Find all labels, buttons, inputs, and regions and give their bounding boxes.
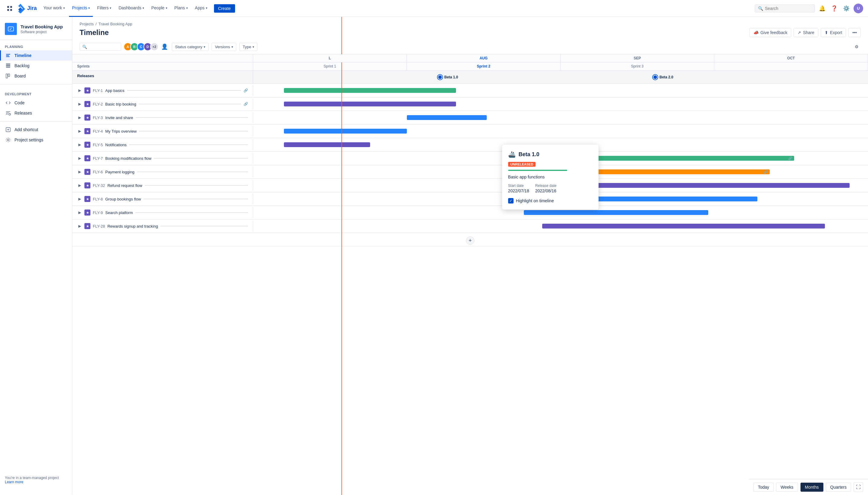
fly9-bar[interactable] xyxy=(524,210,708,215)
fly32-name: Refund request flow xyxy=(107,183,142,188)
fly8-label: ▶ ★ FLY-8 Group bookings flow xyxy=(72,193,253,204)
sidebar-item-releases[interactable]: Releases xyxy=(0,108,72,118)
fly6-name: Payment logging xyxy=(105,170,135,174)
search-input[interactable] xyxy=(765,6,812,11)
search-box[interactable]: 🔍 xyxy=(755,4,815,12)
settings-icon[interactable]: ⚙️ xyxy=(841,4,851,13)
filter-search-box[interactable]: 🔍 xyxy=(80,43,121,51)
fly2-bar[interactable] xyxy=(284,102,456,106)
create-button[interactable]: Create xyxy=(214,4,235,13)
breadcrumb-project[interactable]: Travel Booking App xyxy=(99,22,132,26)
popup-dates: Start date 2022/07/18 Release date 2022/… xyxy=(508,184,592,193)
weeks-button[interactable]: Weeks xyxy=(776,483,798,492)
help-icon[interactable]: ❓ xyxy=(829,4,839,13)
release-date-value: 2022/08/16 xyxy=(535,188,557,193)
timeline-area[interactable]: L AUG SEP OCT Sprints Sprint 1 Sprint 2 … xyxy=(72,54,868,495)
type-filter[interactable]: Type ▾ xyxy=(239,43,257,51)
fly1-chip: ★ xyxy=(84,87,90,93)
fly9-underline xyxy=(135,212,248,213)
nav-your-work[interactable]: Your work ▾ xyxy=(40,0,68,17)
sidebar-item-timeline[interactable]: Timeline xyxy=(0,50,72,61)
fly9-name: Search platform xyxy=(105,210,133,215)
avatar-more[interactable]: +2 xyxy=(150,42,158,51)
months-button[interactable]: Months xyxy=(800,483,823,492)
svg-rect-8 xyxy=(6,64,10,65)
timeline-icon xyxy=(5,53,12,58)
fly1-link-icon[interactable]: 🔗 xyxy=(244,88,248,92)
fly3-bar[interactable] xyxy=(407,115,487,120)
epic-row-fly2: ▶ ★ FLY-2 Basic trip booking 🔗 xyxy=(72,97,868,111)
fly5-bar[interactable] xyxy=(284,142,370,147)
jira-logo[interactable]: Jira xyxy=(16,4,37,13)
fly2-chip: ★ xyxy=(84,101,90,107)
fly8-expand[interactable]: ▶ xyxy=(77,197,82,201)
nav-plans[interactable]: Plans ▾ xyxy=(172,0,191,17)
epic-row-fly5: ▶ ★ FLY-5 Notifications xyxy=(72,138,868,152)
month-aug: AUG xyxy=(407,54,560,62)
filter-search-input[interactable] xyxy=(88,44,119,49)
sidebar-item-code[interactable]: Code xyxy=(0,98,72,108)
nav-apps[interactable]: Apps ▾ xyxy=(192,0,210,17)
sidebar-item-project-settings[interactable]: Project settings xyxy=(0,135,72,145)
expand-button[interactable]: ⛶ xyxy=(853,482,863,492)
fly28-bar[interactable] xyxy=(542,224,825,228)
planning-section-label: PLANNING xyxy=(0,40,72,50)
topnav-right-area: 🔍 🔔 ❓ ⚙️ U xyxy=(755,4,863,13)
user-avatar[interactable]: U xyxy=(853,4,863,13)
fly4-bar[interactable] xyxy=(284,129,407,134)
popup-badge: UNRELEASED xyxy=(508,162,536,167)
fly3-expand[interactable]: ▶ xyxy=(77,115,82,120)
grid-icon[interactable] xyxy=(5,4,15,13)
fly28-expand[interactable]: ▶ xyxy=(77,224,82,228)
nav-people[interactable]: People ▾ xyxy=(148,0,170,17)
add-epic-button[interactable]: + xyxy=(466,236,474,245)
breadcrumb-projects[interactable]: Projects xyxy=(80,22,94,26)
share-button[interactable]: ↗ Share xyxy=(794,28,818,37)
notifications-icon[interactable]: 🔔 xyxy=(817,4,827,13)
fly2-underline xyxy=(139,104,241,104)
search-icon: 🔍 xyxy=(758,6,763,11)
fly2-bar-area xyxy=(253,97,868,110)
sprint-row: Sprints Sprint 1 Sprint 2 Sprint 3 xyxy=(72,63,868,70)
fly4-expand[interactable]: ▶ xyxy=(77,129,82,134)
learn-more-link[interactable]: Learn more xyxy=(5,480,23,484)
highlight-checkbox[interactable]: ✓ xyxy=(508,198,514,204)
header-actions: 📣 Give feedback ↗ Share ⬆ Export ••• xyxy=(749,28,861,37)
filter-settings-icon[interactable]: ⚙ xyxy=(852,42,861,51)
nav-dashboards[interactable]: Dashboards ▾ xyxy=(116,0,147,17)
sidebar-divider-2 xyxy=(0,121,72,121)
feedback-button[interactable]: 📣 Give feedback xyxy=(749,28,792,37)
epic-row-fly6: ▶ ★ FLY-6 Payment logging 🔗 xyxy=(72,165,868,179)
fly6-expand[interactable]: ▶ xyxy=(77,169,82,174)
fly4-label: ▶ ★ FLY-4 My Trips overview xyxy=(72,126,253,137)
release-beta1[interactable]: Beta 1.0 xyxy=(438,75,458,80)
fly5-expand[interactable]: ▶ xyxy=(77,142,82,147)
fly7-chip: ★ xyxy=(84,155,90,161)
fly6-chip: ★ xyxy=(84,169,90,175)
nav-filters[interactable]: Filters ▾ xyxy=(94,0,114,17)
fly1-expand[interactable]: ▶ xyxy=(77,88,82,93)
fly32-expand[interactable]: ▶ xyxy=(77,183,82,188)
fly5-chip: ★ xyxy=(84,142,90,148)
releases-row: Releases Beta 1.0 Beta 2.0 xyxy=(72,70,868,84)
versions-filter[interactable]: Versions ▾ xyxy=(212,43,236,51)
fly9-expand[interactable]: ▶ xyxy=(77,210,82,215)
sidebar-item-backlog[interactable]: Backlog xyxy=(0,61,72,71)
fly7-expand[interactable]: ▶ xyxy=(77,156,82,161)
fly1-bar[interactable] xyxy=(284,88,456,93)
sidebar-bottom: You're in a team-managed project Learn m… xyxy=(0,471,72,489)
sidebar-item-board[interactable]: Board xyxy=(0,71,72,81)
export-button[interactable]: ⬆ Export xyxy=(821,28,846,37)
nav-projects[interactable]: Projects ▾ xyxy=(69,0,93,17)
more-button[interactable]: ••• xyxy=(848,28,861,37)
logo-text: Jira xyxy=(27,5,37,12)
release-beta2[interactable]: Beta 2.0 xyxy=(653,75,673,80)
month-jul: L xyxy=(253,54,407,62)
today-button[interactable]: Today xyxy=(753,483,774,492)
quarters-button[interactable]: Quarters xyxy=(826,483,851,492)
fly2-expand[interactable]: ▶ xyxy=(77,102,82,106)
sidebar-item-add-shortcut[interactable]: Add shortcut xyxy=(0,124,72,135)
fly2-link-icon[interactable]: 🔗 xyxy=(244,102,248,106)
avatar-add[interactable]: 👤 xyxy=(160,42,169,51)
status-category-filter[interactable]: Status category ▾ xyxy=(172,43,209,51)
